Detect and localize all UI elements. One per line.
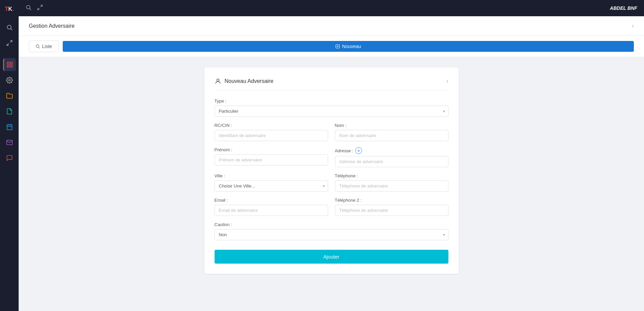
sidebar-item-calendar[interactable] <box>3 120 16 133</box>
ville-col: Ville : Choisir Une Ville... ▾ <box>215 173 328 198</box>
nom-group: Nom : <box>335 123 448 141</box>
adresse-input[interactable] <box>335 156 448 167</box>
nom-label: Nom : <box>335 123 448 128</box>
svg-line-1 <box>11 29 12 30</box>
ville-label: Ville : <box>215 173 328 178</box>
svg-rect-7 <box>11 65 13 67</box>
topbar: ABDEL BNF <box>19 0 644 16</box>
telephone-group: Téléphone : <box>335 173 448 192</box>
expand-icon[interactable] <box>37 4 43 12</box>
adresse-group: Adresse : + <box>335 147 448 167</box>
email-label: Email : <box>215 198 328 203</box>
caution-label: Caution : <box>215 222 448 227</box>
ville-select[interactable]: Choisir Une Ville... <box>215 180 328 192</box>
form-card-header: Nouveau Adversaire ‹ <box>215 77 448 90</box>
type-select-wrapper: Particulier Société ▾ <box>215 106 448 117</box>
rc-label: RC/CIN : <box>215 123 328 128</box>
telephone2-input[interactable] <box>335 205 448 216</box>
form-card: Nouveau Adversaire ‹ Type : Particulier … <box>204 67 459 274</box>
svg-line-18 <box>39 47 40 48</box>
form-card-title: Nouveau Adversaire <box>215 78 274 85</box>
telephone-input[interactable] <box>335 180 448 192</box>
telephone-label: Téléphone : <box>335 173 448 178</box>
ville-select-wrapper: Choisir Une Ville... ▾ <box>215 180 328 192</box>
list-button[interactable]: Liste <box>29 41 59 52</box>
svg-line-15 <box>41 5 42 7</box>
svg-point-17 <box>36 45 39 47</box>
svg-line-2 <box>10 41 12 43</box>
page-header: Gestion Adversaire › <box>19 16 644 36</box>
svg-line-14 <box>29 8 31 10</box>
prenom-col: Prénom : <box>215 147 328 173</box>
caution-select[interactable]: Non Oui <box>215 229 448 240</box>
rc-col: RC/CIN : <box>215 123 328 147</box>
ville-tel-row: Ville : Choisir Une Ville... ▾ Téléphone… <box>215 173 448 198</box>
list-label: Liste <box>42 44 52 49</box>
svg-point-8 <box>8 80 10 81</box>
email-input[interactable] <box>215 205 328 216</box>
nom-input[interactable] <box>335 130 448 141</box>
sidebar-item-document[interactable] <box>3 105 16 118</box>
nouveau-button[interactable]: Nouveau <box>63 41 634 52</box>
svg-point-0 <box>7 25 11 29</box>
topbar-left <box>25 4 43 12</box>
telephone2-col: Téléphone 2 : <box>335 198 448 222</box>
sidebar-item-expand[interactable] <box>3 37 16 49</box>
svg-rect-4 <box>7 62 9 64</box>
svg-point-13 <box>26 5 30 9</box>
page-close-button[interactable]: › <box>632 22 634 29</box>
caution-select-wrapper: Non Oui ▾ <box>215 229 448 240</box>
email-group: Email : <box>215 198 328 216</box>
sidebar-item-folder[interactable] <box>3 89 16 102</box>
type-select[interactable]: Particulier Société <box>215 106 448 117</box>
rc-input[interactable] <box>215 130 328 141</box>
topbar-username: ABDEL BNF <box>610 5 637 11</box>
rc-nom-row: RC/CIN : Nom : <box>215 123 448 147</box>
svg-line-16 <box>38 8 39 9</box>
prenom-adresse-row: Prénom : Adresse : + <box>215 147 448 173</box>
form-close-button[interactable]: ‹ <box>446 77 448 85</box>
ville-group: Ville : Choisir Une Ville... ▾ <box>215 173 328 192</box>
sidebar-item-dashboard[interactable] <box>3 58 16 71</box>
svg-point-22 <box>217 79 219 81</box>
prenom-label: Prénom : <box>215 147 328 152</box>
adresse-add-button[interactable]: + <box>355 147 362 154</box>
sidebar-item-chat[interactable] <box>3 152 16 164</box>
telephone2-group: Téléphone 2 : <box>335 198 448 216</box>
nom-col: Nom : <box>335 123 448 147</box>
telephone-col: Téléphone : <box>335 173 448 198</box>
search-icon[interactable] <box>25 4 32 12</box>
svg-line-3 <box>7 44 9 46</box>
adresse-col: Adresse : + <box>335 147 448 173</box>
rc-group: RC/CIN : <box>215 123 328 141</box>
nouveau-label: Nouveau <box>342 44 361 49</box>
sidebar-item-settings[interactable] <box>3 74 16 87</box>
sidebar-item-mail[interactable] <box>3 136 16 149</box>
sidebar-item-search[interactable] <box>3 21 16 34</box>
email-col: Email : <box>215 198 328 222</box>
adresse-label-row: Adresse : + <box>335 147 448 154</box>
svg-rect-9 <box>7 125 12 130</box>
person-icon <box>215 78 221 85</box>
type-group: Type : Particulier Société ▾ <box>215 98 448 117</box>
page-title: Gestion Adversaire <box>29 23 75 29</box>
main-content: Gestion Adversaire › Liste Nouveau Nouve… <box>19 0 644 311</box>
app-logo[interactable]: TK. <box>2 3 17 15</box>
toolbar: Liste Nouveau <box>19 36 644 57</box>
adresse-label: Adresse : <box>335 148 354 153</box>
telephone2-label: Téléphone 2 : <box>335 198 448 203</box>
svg-rect-5 <box>11 62 13 64</box>
email-tel2-row: Email : Téléphone 2 : <box>215 198 448 222</box>
svg-rect-6 <box>7 65 9 67</box>
caution-group: Caution : Non Oui ▾ <box>215 222 448 240</box>
prenom-input[interactable] <box>215 154 328 165</box>
sidebar: TK. <box>0 0 19 311</box>
prenom-group: Prénom : <box>215 147 328 165</box>
ajouter-button[interactable]: Ajouter <box>215 250 448 264</box>
type-label: Type : <box>215 98 448 104</box>
